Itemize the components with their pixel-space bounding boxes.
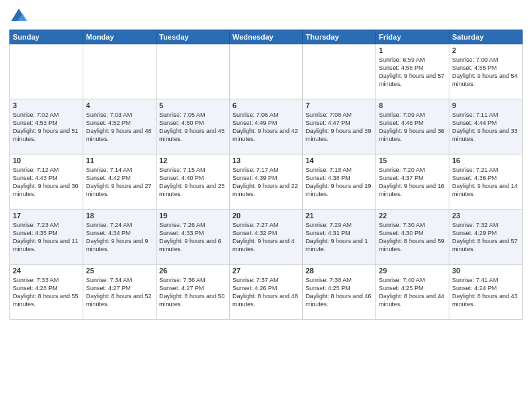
day-info: Sunrise: 7:26 AM Sunset: 4:33 PM Dayligh… <box>159 221 226 254</box>
calendar-week-row: 3Sunrise: 7:02 AM Sunset: 4:53 PM Daylig… <box>10 99 523 154</box>
day-number: 25 <box>86 267 153 275</box>
day-info: Sunrise: 7:03 AM Sunset: 4:52 PM Dayligh… <box>86 111 153 144</box>
logo-icon <box>9 7 28 26</box>
calendar-cell <box>230 44 303 99</box>
calendar-cell: 28Sunrise: 7:38 AM Sunset: 4:25 PM Dayli… <box>303 265 376 320</box>
day-number: 7 <box>306 101 373 109</box>
day-number: 20 <box>232 212 300 220</box>
day-info: Sunrise: 7:05 AM Sunset: 4:50 PM Dayligh… <box>159 111 226 144</box>
calendar-cell: 27Sunrise: 7:37 AM Sunset: 4:26 PM Dayli… <box>230 265 303 320</box>
day-number: 24 <box>13 267 80 275</box>
calendar-day-header: Wednesday <box>230 30 303 44</box>
calendar-cell <box>10 44 83 99</box>
calendar-week-row: 17Sunrise: 7:23 AM Sunset: 4:35 PM Dayli… <box>10 210 523 265</box>
calendar-cell: 11Sunrise: 7:14 AM Sunset: 4:42 PM Dayli… <box>83 154 157 210</box>
day-number: 27 <box>232 267 300 275</box>
calendar-week-row: 24Sunrise: 7:33 AM Sunset: 4:28 PM Dayli… <box>10 265 523 320</box>
calendar-cell: 3Sunrise: 7:02 AM Sunset: 4:53 PM Daylig… <box>10 99 83 154</box>
day-info: Sunrise: 7:40 AM Sunset: 4:25 PM Dayligh… <box>379 276 446 309</box>
day-info: Sunrise: 7:33 AM Sunset: 4:28 PM Dayligh… <box>13 276 80 309</box>
day-number: 2 <box>452 46 519 54</box>
calendar-cell: 7Sunrise: 7:08 AM Sunset: 4:47 PM Daylig… <box>303 99 376 154</box>
day-number: 11 <box>86 156 153 165</box>
day-number: 12 <box>159 156 226 165</box>
day-number: 19 <box>159 212 226 220</box>
day-info: Sunrise: 7:20 AM Sunset: 4:37 PM Dayligh… <box>379 166 446 199</box>
day-number: 26 <box>159 267 226 275</box>
calendar-week-row: 1Sunrise: 6:59 AM Sunset: 4:56 PM Daylig… <box>10 44 523 99</box>
calendar-cell: 6Sunrise: 7:06 AM Sunset: 4:49 PM Daylig… <box>230 99 303 154</box>
day-number: 4 <box>86 101 153 109</box>
day-number: 30 <box>452 267 519 275</box>
day-info: Sunrise: 7:11 AM Sunset: 4:44 PM Dayligh… <box>452 111 519 144</box>
day-info: Sunrise: 7:06 AM Sunset: 4:49 PM Dayligh… <box>232 111 300 144</box>
calendar-day-header: Tuesday <box>157 30 230 44</box>
day-number: 17 <box>13 212 80 220</box>
calendar-cell: 22Sunrise: 7:30 AM Sunset: 4:30 PM Dayli… <box>376 210 449 265</box>
day-info: Sunrise: 7:30 AM Sunset: 4:30 PM Dayligh… <box>379 221 446 254</box>
day-number: 14 <box>306 156 373 165</box>
day-number: 13 <box>232 156 300 165</box>
calendar-day-header: Thursday <box>303 30 376 44</box>
calendar-cell: 25Sunrise: 7:34 AM Sunset: 4:27 PM Dayli… <box>83 265 157 320</box>
day-number: 22 <box>379 212 446 220</box>
calendar-cell: 12Sunrise: 7:15 AM Sunset: 4:40 PM Dayli… <box>157 154 230 210</box>
day-info: Sunrise: 7:36 AM Sunset: 4:27 PM Dayligh… <box>159 276 226 309</box>
day-number: 23 <box>452 212 519 220</box>
day-info: Sunrise: 7:29 AM Sunset: 4:31 PM Dayligh… <box>306 221 373 254</box>
day-number: 6 <box>232 101 300 109</box>
day-info: Sunrise: 7:15 AM Sunset: 4:40 PM Dayligh… <box>159 166 226 199</box>
day-number: 15 <box>379 156 446 165</box>
calendar-cell: 23Sunrise: 7:32 AM Sunset: 4:29 PM Dayli… <box>449 210 523 265</box>
day-info: Sunrise: 7:14 AM Sunset: 4:42 PM Dayligh… <box>86 166 153 199</box>
calendar-cell: 24Sunrise: 7:33 AM Sunset: 4:28 PM Dayli… <box>10 265 83 320</box>
calendar-cell: 30Sunrise: 7:41 AM Sunset: 4:24 PM Dayli… <box>449 265 523 320</box>
day-number: 21 <box>306 212 373 220</box>
day-number: 29 <box>379 267 446 275</box>
day-number: 16 <box>452 156 519 165</box>
calendar-cell <box>303 44 376 99</box>
day-info: Sunrise: 7:27 AM Sunset: 4:32 PM Dayligh… <box>232 221 300 254</box>
day-info: Sunrise: 7:08 AM Sunset: 4:47 PM Dayligh… <box>306 111 373 144</box>
day-info: Sunrise: 6:59 AM Sunset: 4:56 PM Dayligh… <box>379 56 446 89</box>
logo <box>9 7 31 26</box>
calendar-cell: 8Sunrise: 7:09 AM Sunset: 4:46 PM Daylig… <box>376 99 449 154</box>
day-info: Sunrise: 7:24 AM Sunset: 4:34 PM Dayligh… <box>86 221 153 254</box>
calendar-cell: 15Sunrise: 7:20 AM Sunset: 4:37 PM Dayli… <box>376 154 449 210</box>
day-number: 10 <box>13 156 80 165</box>
calendar-cell <box>157 44 230 99</box>
day-info: Sunrise: 7:18 AM Sunset: 4:38 PM Dayligh… <box>306 166 373 199</box>
calendar-cell: 26Sunrise: 7:36 AM Sunset: 4:27 PM Dayli… <box>157 265 230 320</box>
day-info: Sunrise: 7:00 AM Sunset: 4:55 PM Dayligh… <box>452 56 519 89</box>
calendar-cell: 2Sunrise: 7:00 AM Sunset: 4:55 PM Daylig… <box>449 44 523 99</box>
calendar-week-row: 10Sunrise: 7:12 AM Sunset: 4:43 PM Dayli… <box>10 154 523 210</box>
calendar-cell <box>83 44 157 99</box>
day-number: 9 <box>452 101 519 109</box>
calendar-cell: 5Sunrise: 7:05 AM Sunset: 4:50 PM Daylig… <box>157 99 230 154</box>
calendar-day-header: Saturday <box>449 30 523 44</box>
calendar-cell: 29Sunrise: 7:40 AM Sunset: 4:25 PM Dayli… <box>376 265 449 320</box>
calendar-day-header: Monday <box>83 30 157 44</box>
day-number: 5 <box>159 101 226 109</box>
calendar-cell: 14Sunrise: 7:18 AM Sunset: 4:38 PM Dayli… <box>303 154 376 210</box>
calendar-cell: 1Sunrise: 6:59 AM Sunset: 4:56 PM Daylig… <box>376 44 449 99</box>
calendar-cell: 16Sunrise: 7:21 AM Sunset: 4:36 PM Dayli… <box>449 154 523 210</box>
calendar-cell: 13Sunrise: 7:17 AM Sunset: 4:39 PM Dayli… <box>230 154 303 210</box>
day-number: 3 <box>13 101 80 109</box>
day-info: Sunrise: 7:37 AM Sunset: 4:26 PM Dayligh… <box>232 276 300 309</box>
calendar-cell: 20Sunrise: 7:27 AM Sunset: 4:32 PM Dayli… <box>230 210 303 265</box>
calendar-day-header: Sunday <box>10 30 83 44</box>
day-info: Sunrise: 7:17 AM Sunset: 4:39 PM Dayligh… <box>232 166 300 199</box>
header <box>9 7 523 26</box>
day-info: Sunrise: 7:09 AM Sunset: 4:46 PM Dayligh… <box>379 111 446 144</box>
day-number: 28 <box>306 267 373 275</box>
day-info: Sunrise: 7:02 AM Sunset: 4:53 PM Dayligh… <box>13 111 80 144</box>
day-info: Sunrise: 7:32 AM Sunset: 4:29 PM Dayligh… <box>452 221 519 254</box>
calendar-cell: 18Sunrise: 7:24 AM Sunset: 4:34 PM Dayli… <box>83 210 157 265</box>
day-info: Sunrise: 7:38 AM Sunset: 4:25 PM Dayligh… <box>306 276 373 309</box>
day-info: Sunrise: 7:23 AM Sunset: 4:35 PM Dayligh… <box>13 221 80 254</box>
page: SundayMondayTuesdayWednesdayThursdayFrid… <box>0 0 532 411</box>
calendar-cell: 21Sunrise: 7:29 AM Sunset: 4:31 PM Dayli… <box>303 210 376 265</box>
calendar-table: SundayMondayTuesdayWednesdayThursdayFrid… <box>9 30 523 320</box>
day-info: Sunrise: 7:12 AM Sunset: 4:43 PM Dayligh… <box>13 166 80 199</box>
